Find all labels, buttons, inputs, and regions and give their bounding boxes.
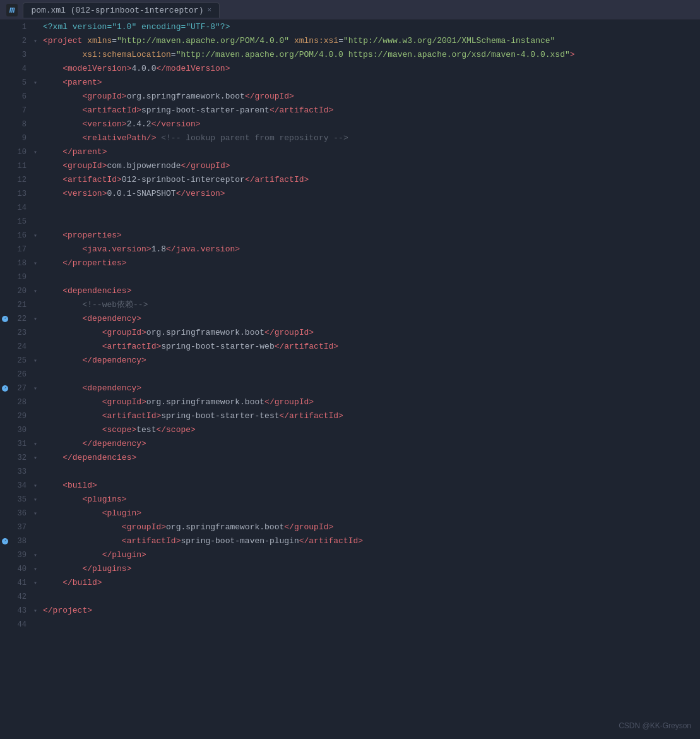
tab[interactable]: pom.xml (012-sprinboot-interceptor) ×: [23, 3, 220, 18]
code-line[interactable]: <modelVersion>4.0.0</modelVersion>: [43, 62, 700, 76]
code-line[interactable]: <artifactId>spring-boot-starter-web</art…: [43, 340, 700, 354]
editor: 12▾345▾678910▾111213141516▾1718▾1920▾21ᐟ…: [0, 20, 700, 739]
code-line[interactable]: <artifactId>spring-boot-starter-parent</…: [43, 104, 700, 117]
fold-icon[interactable]: ▾: [33, 454, 37, 462]
tab-close-icon[interactable]: ×: [207, 6, 211, 14]
gutter-row: 37: [0, 520, 40, 534]
code-line[interactable]: <groupId>org.springframework.boot</group…: [43, 326, 700, 340]
fold-icon[interactable]: ▾: [33, 496, 37, 503]
code-lines[interactable]: <?xml version="1.0" encoding="UTF-8"?><p…: [40, 20, 700, 739]
fold-gutter[interactable]: ▾: [30, 551, 40, 559]
code-line[interactable]: [43, 590, 700, 604]
fold-gutter[interactable]: ▾: [30, 232, 40, 239]
fold-icon[interactable]: ▾: [33, 551, 37, 559]
fold-gutter[interactable]: ▾: [30, 287, 40, 295]
fold-icon[interactable]: ▾: [33, 607, 37, 615]
code-line[interactable]: [43, 270, 700, 284]
code-line[interactable]: <groupId>com.bjpowernode</groupId>: [43, 159, 700, 173]
code-line[interactable]: </dependencies>: [43, 451, 700, 465]
code-line[interactable]: </project>: [43, 604, 700, 618]
code-line[interactable]: <artifactId>spring-boot-starter-test</ar…: [43, 409, 700, 423]
code-line[interactable]: [43, 465, 700, 479]
code-line[interactable]: <relativePath/> <!-- lookup parent from …: [43, 131, 700, 145]
code-line[interactable]: <java.version>1.8</java.version>: [43, 243, 700, 256]
code-line[interactable]: xsi:schemaLocation="http://maven.apache.…: [43, 48, 700, 62]
fold-gutter[interactable]: ▾: [30, 454, 40, 462]
fold-gutter[interactable]: ▾: [30, 385, 40, 392]
fold-gutter[interactable]: ▾: [30, 607, 40, 615]
code-line[interactable]: <project xmlns="http://maven.apache.org/…: [43, 34, 700, 48]
code-line[interactable]: <groupId>org.springframework.boot</group…: [43, 395, 700, 409]
fold-gutter[interactable]: ▾: [30, 565, 40, 573]
code-line[interactable]: <parent>: [43, 76, 700, 90]
code-line[interactable]: <!--web依赖-->: [43, 298, 700, 312]
fold-gutter[interactable]: ▾: [30, 510, 40, 517]
gutter-row: 30: [0, 423, 40, 437]
fold-icon[interactable]: ▾: [33, 357, 37, 364]
line-number: 16: [10, 231, 30, 240]
fold-gutter[interactable]: ▾: [30, 260, 40, 267]
code-line[interactable]: <properties>: [43, 229, 700, 243]
gutter-row: 44: [0, 618, 40, 632]
fold-gutter[interactable]: ▾: [30, 496, 40, 503]
fold-gutter[interactable]: ▾: [30, 315, 40, 323]
code-line[interactable]: <dependency>: [43, 312, 700, 326]
fold-icon[interactable]: ▾: [33, 232, 37, 239]
code-line[interactable]: <artifactId>spring-boot-maven-plugin</ar…: [43, 534, 700, 548]
fold-icon[interactable]: ▾: [33, 148, 37, 156]
fold-icon[interactable]: ▾: [33, 385, 37, 392]
line-number: 27: [10, 384, 30, 393]
git-icon-col: ᐟ: [0, 385, 10, 392]
gutter-row: 32▾: [0, 451, 40, 465]
code-line[interactable]: <dependency>: [43, 382, 700, 395]
code-line[interactable]: </dependency>: [43, 354, 700, 368]
gutter: 12▾345▾678910▾111213141516▾1718▾1920▾21ᐟ…: [0, 20, 40, 739]
fold-gutter[interactable]: ▾: [30, 440, 40, 448]
line-number: 25: [10, 356, 30, 365]
fold-gutter[interactable]: ▾: [30, 79, 40, 87]
code-line[interactable]: [43, 201, 700, 215]
code-line[interactable]: </parent>: [43, 145, 700, 159]
code-line[interactable]: </properties>: [43, 256, 700, 270]
gutter-row: 9: [0, 131, 40, 145]
fold-gutter[interactable]: ▾: [30, 482, 40, 490]
fold-icon[interactable]: ▾: [33, 440, 37, 448]
fold-icon[interactable]: ▾: [33, 579, 37, 587]
fold-icon[interactable]: ▾: [33, 79, 37, 87]
code-line[interactable]: [43, 368, 700, 382]
fold-icon[interactable]: ▾: [33, 315, 37, 323]
code-line[interactable]: <build>: [43, 479, 700, 493]
code-line[interactable]: <?xml version="1.0" encoding="UTF-8"?>: [43, 20, 700, 34]
git-change-icon: ᐟ: [2, 538, 8, 544]
code-line[interactable]: <groupId>org.springframework.boot</group…: [43, 90, 700, 104]
code-line[interactable]: <scope>test</scope>: [43, 423, 700, 437]
code-line[interactable]: <artifactId>012-sprinboot-interceptor</a…: [43, 173, 700, 187]
code-line[interactable]: </plugins>: [43, 562, 700, 576]
fold-gutter[interactable]: ▾: [30, 37, 40, 45]
fold-icon[interactable]: ▾: [33, 565, 37, 573]
code-line[interactable]: </build>: [43, 576, 700, 590]
fold-gutter[interactable]: ▾: [30, 579, 40, 587]
fold-gutter[interactable]: ▾: [30, 357, 40, 364]
code-line[interactable]: <plugins>: [43, 493, 700, 507]
code-line[interactable]: </dependency>: [43, 437, 700, 451]
code-line[interactable]: <version>2.4.2</version>: [43, 117, 700, 131]
line-number: 38: [10, 537, 30, 546]
gutter-row: 42: [0, 590, 40, 604]
code-line[interactable]: [43, 618, 700, 632]
code-line[interactable]: <version>0.0.1-SNAPSHOT</version>: [43, 187, 700, 201]
code-line[interactable]: <dependencies>: [43, 284, 700, 298]
code-line[interactable]: </plugin>: [43, 548, 700, 562]
line-number: 4: [10, 64, 30, 73]
gutter-row: 33: [0, 465, 40, 479]
fold-icon[interactable]: ▾: [33, 287, 37, 295]
fold-icon[interactable]: ▾: [33, 510, 37, 517]
code-line[interactable]: <plugin>: [43, 507, 700, 520]
line-number: 35: [10, 495, 30, 504]
fold-icon[interactable]: ▾: [33, 482, 37, 490]
fold-icon[interactable]: ▾: [33, 260, 37, 267]
fold-gutter[interactable]: ▾: [30, 148, 40, 156]
code-line[interactable]: [43, 215, 700, 229]
fold-icon[interactable]: ▾: [33, 37, 37, 45]
code-line[interactable]: <groupId>org.springframework.boot</group…: [43, 520, 700, 534]
